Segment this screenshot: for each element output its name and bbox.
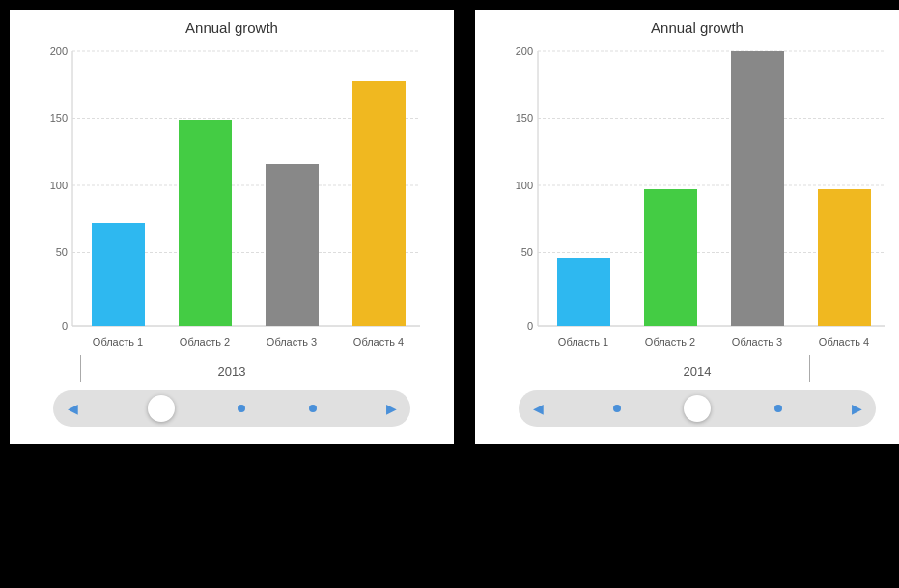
svg-text:100: 100 (50, 180, 68, 191)
svg-text:0: 0 (527, 321, 533, 332)
slider1-thumb[interactable] (148, 395, 175, 422)
svg-text:Область 4: Область 4 (353, 336, 404, 348)
chart-panel-2: Annual growth 200 150 100 50 0 (475, 10, 899, 444)
bar-2-1 (557, 258, 610, 326)
svg-text:Область 1: Область 1 (558, 336, 608, 348)
svg-text:Область 2: Область 2 (645, 336, 695, 348)
slider2-right-arrow[interactable]: ▶ (845, 397, 868, 420)
slider1-dot1 (238, 405, 245, 412)
svg-text:200: 200 (50, 45, 68, 57)
slider-2[interactable]: ◀ ▶ (519, 390, 876, 427)
svg-text:Область 2: Область 2 (180, 336, 230, 348)
chart1-area: 200 150 100 50 0 (34, 42, 430, 360)
chart2-area: 200 150 100 50 0 Область 1 Область 2 Обл… (499, 42, 895, 360)
slider2-dot2 (774, 405, 782, 412)
svg-text:50: 50 (56, 246, 68, 258)
svg-text:200: 200 (516, 45, 533, 57)
svg-text:Область 3: Область 3 (267, 336, 317, 348)
chart1-title: Annual growth (185, 19, 278, 36)
chart1-year: 2013 (218, 364, 246, 378)
slider2-left-arrow[interactable]: ◀ (526, 397, 549, 420)
chart-panel-1: Annual growth 200 150 100 50 0 (10, 10, 454, 444)
svg-text:100: 100 (516, 180, 533, 191)
slider-1[interactable]: ◀ ▶ (53, 390, 410, 427)
slider2-dot1 (613, 405, 621, 412)
svg-text:Область 3: Область 3 (732, 336, 782, 348)
bar-2-2 (644, 189, 697, 326)
chart2-year: 2014 (684, 364, 712, 378)
svg-text:150: 150 (50, 112, 68, 124)
slider1-right-arrow[interactable]: ▶ (379, 397, 403, 420)
svg-text:Область 1: Область 1 (93, 336, 143, 348)
annotation-line-2 (809, 355, 810, 382)
svg-text:150: 150 (516, 112, 533, 124)
bar-1-3 (266, 164, 319, 326)
svg-text:50: 50 (521, 246, 533, 258)
chart2-svg: 200 150 100 50 0 Область 1 Область 2 Обл… (499, 42, 895, 360)
bar-2-4 (818, 189, 871, 326)
bar-1-1 (92, 223, 145, 326)
chart2-title: Annual growth (651, 19, 744, 36)
bar-1-4 (352, 81, 406, 326)
annotation-line-1 (80, 355, 81, 382)
chart1-svg: 200 150 100 50 0 (34, 42, 430, 360)
bar-2-3 (731, 51, 784, 326)
slider1-dot2 (309, 405, 317, 412)
slider2-thumb[interactable] (684, 395, 711, 422)
svg-text:0: 0 (62, 321, 68, 332)
bar-1-2 (179, 120, 232, 326)
slider1-left-arrow[interactable]: ◀ (61, 397, 84, 420)
svg-text:Область 4: Область 4 (819, 336, 869, 348)
